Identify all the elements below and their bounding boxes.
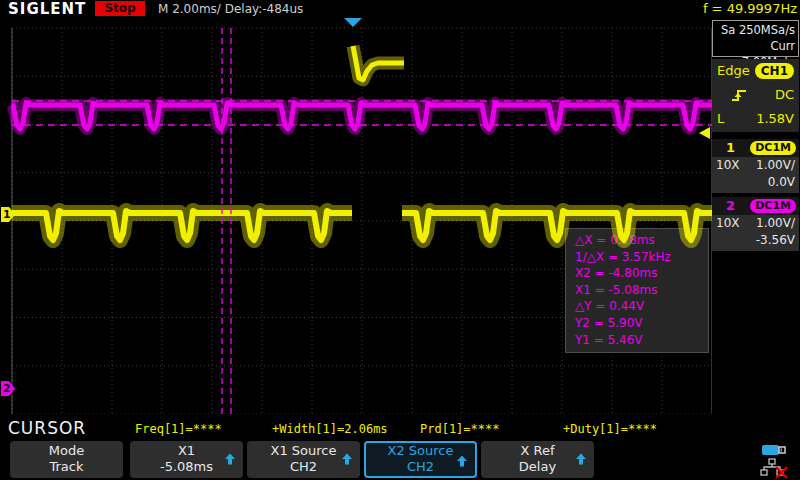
channel2-probe: 10X xyxy=(716,216,740,230)
trigger-position-marker-icon[interactable] xyxy=(344,18,362,27)
ch1-glitch-trace-fuzz xyxy=(353,46,404,80)
menu-button-mode[interactable]: Mode Track xyxy=(10,441,123,478)
cursor-x2: X2 = -4.80ms xyxy=(575,265,704,282)
channel2-info-box[interactable]: 2 DC1M 10X 1.00V/ -3.56V xyxy=(712,197,799,251)
trigger-level-marker-icon[interactable] xyxy=(699,127,710,139)
ch1-trace xyxy=(12,211,352,240)
cursor-menu-title: CURSOR xyxy=(8,418,86,438)
trigger-source-badge: CH1 xyxy=(755,63,794,79)
rising-edge-icon xyxy=(730,87,748,103)
channel2-offset: -3.56V xyxy=(712,232,799,249)
menu-button-mode-value: Track xyxy=(10,459,123,475)
trigger-level-label: L xyxy=(717,111,724,126)
sample-rate: Sa 250MSa/s xyxy=(716,22,795,38)
measure-freq: Freq[1]=**** xyxy=(135,422,222,436)
cursor-readout-panel: △X = 0.28ms 1/△X = 3.57kHz X2 = -4.80ms … xyxy=(565,228,709,353)
right-status-panel: Sa 250MSa/s Curr 7.00Mpts Edge CH1 DC L … xyxy=(712,17,800,440)
up-arrow-icon xyxy=(575,453,587,465)
softkey-menu-bar: Mode Track X1 -5.08ms X1 Source CH2 X2 S… xyxy=(0,440,800,480)
timebase-readout[interactable]: M 2.00ms/ Delay:-484us xyxy=(158,2,303,16)
run-state-badge[interactable]: Stop xyxy=(95,1,145,16)
menu-button-x1-source[interactable]: X1 Source CH2 xyxy=(247,441,360,478)
status-icons xyxy=(756,442,796,479)
channel2-number: 2 xyxy=(726,197,735,215)
trigger-coupling: DC xyxy=(775,83,794,107)
ch1-glitch-trace xyxy=(353,46,404,80)
trigger-info-box[interactable]: Edge CH1 DC L 1.58V xyxy=(712,59,799,132)
cursor-x1: X1 = -5.08ms xyxy=(575,282,704,299)
cursor-delta-y: △Y = 0.44V xyxy=(575,298,704,315)
ch2-ground-marker-label: 2 xyxy=(3,382,11,395)
ch2-ground-marker[interactable]: 2 xyxy=(1,381,15,396)
ch1-trace-fuzz xyxy=(12,211,352,240)
channel1-info-box[interactable]: 1 DC1M 10X 1.00V/ 0.0V xyxy=(712,139,799,193)
up-arrow-icon xyxy=(341,453,353,465)
top-status-bar: SIGLENT Stop M 2.00ms/ Delay:-484us f = … xyxy=(0,0,800,17)
frequency-counter: f = 49.9997Hz xyxy=(703,1,797,16)
channel1-scale: 1.00V/ xyxy=(756,157,795,174)
measure-width: +Width[1]=2.06ms xyxy=(272,422,388,436)
menu-button-x2-source[interactable]: X2 Source CH2 xyxy=(364,441,477,478)
channel1-probe: 10X xyxy=(716,158,740,172)
acquisition-info-box: Sa 250MSa/s Curr 7.00Mpts xyxy=(712,20,799,57)
measurement-bar: CURSOR Freq[1]=**** +Width[1]=2.06ms Prd… xyxy=(0,414,712,440)
ch1-ground-marker-label: 1 xyxy=(3,208,11,221)
ch1-ground-marker[interactable]: 1 xyxy=(1,207,15,222)
menu-button-mode-label: Mode xyxy=(10,443,123,459)
usb-and-lan-icons xyxy=(756,442,796,479)
cursor-delta-x: △X = 0.28ms xyxy=(575,232,704,249)
trigger-mode-label: Edge xyxy=(717,63,750,78)
channel2-coupling-badge: DC1M xyxy=(750,199,796,213)
cursor-lines[interactable] xyxy=(12,28,712,414)
cursor-y2: Y2 = 5.90V xyxy=(575,315,704,332)
ch2-trace-fuzz xyxy=(12,103,712,129)
ch2-trace xyxy=(12,103,712,129)
measure-duty: +Duty[1]=**** xyxy=(563,422,657,436)
channel1-coupling-badge: DC1M xyxy=(750,141,796,155)
menu-button-x1[interactable]: X1 -5.08ms xyxy=(130,441,243,478)
menu-button-x-ref[interactable]: X Ref Delay xyxy=(481,441,594,478)
cursor-y1: Y1 = 5.46V xyxy=(575,332,704,349)
grid-lines xyxy=(12,28,712,414)
channel2-scale: 1.00V/ xyxy=(756,215,795,232)
siglent-logo: SIGLENT xyxy=(8,0,86,18)
up-arrow-icon xyxy=(456,455,468,467)
channel1-number: 1 xyxy=(726,139,735,157)
lan-disconnected-icon xyxy=(761,459,787,478)
oscilloscope-screen: △X = 0.28ms 1/△X = 3.57kHz X2 = -4.80ms … xyxy=(0,0,800,480)
usb-device-icon xyxy=(762,445,785,455)
cursor-inv-delta-x: 1/△X = 3.57kHz xyxy=(575,249,704,266)
channel1-offset: 0.0V xyxy=(712,174,799,191)
waveform-traces xyxy=(12,46,712,240)
trigger-level-value: 1.58V xyxy=(756,107,794,131)
measure-period: Prd[1]=**** xyxy=(420,422,499,436)
up-arrow-icon xyxy=(224,453,236,465)
